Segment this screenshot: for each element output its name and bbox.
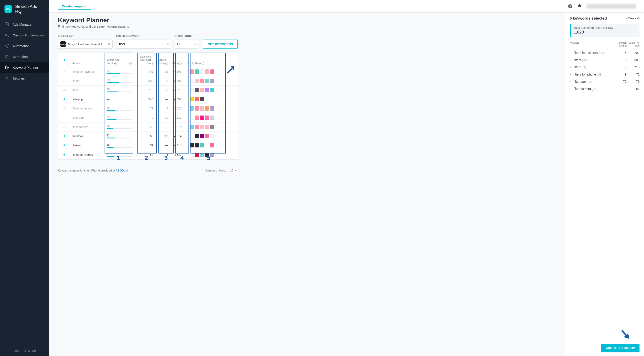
- nav-item-automation[interactable]: Automation: [0, 41, 49, 51]
- app-rank-icon[interactable]: [190, 134, 194, 138]
- row-selected-check[interactable]: [58, 116, 71, 120]
- th-popularity[interactable]: Search Ads Popularityi: [105, 53, 134, 67]
- remove-keyword-icon[interactable]: ×: [570, 87, 572, 91]
- app-rank-icon[interactable]: [200, 69, 204, 74]
- select-app-dropdown[interactable]: MSQRD MSQRD — Live Filters & Fac… ×: [58, 40, 113, 49]
- selected-users: 509: [626, 58, 640, 62]
- app-rank-icon[interactable]: [200, 125, 204, 129]
- app-rank-icon[interactable]: [195, 143, 199, 147]
- app-rank-icon[interactable]: [190, 97, 194, 101]
- remove-keyword-icon[interactable]: ×: [570, 66, 572, 69]
- selected-keyword-row: ×filters for pictures (US)15702: [570, 49, 640, 56]
- row-priority: 4,622: [170, 107, 183, 110]
- asodesk-link[interactable]: ASODesk: [116, 169, 128, 172]
- nav-label: Settings: [12, 76, 25, 80]
- app-rank-icon[interactable]: [200, 106, 204, 111]
- keyword-input[interactable]: [116, 40, 171, 49]
- app-rank-icon[interactable]: [200, 88, 204, 92]
- app-rank-icon[interactable]: [205, 134, 209, 138]
- app-rank-icon[interactable]: [195, 69, 199, 74]
- app-rank-icon[interactable]: [210, 153, 214, 157]
- app-rank-icon[interactable]: [210, 79, 214, 83]
- app-rank-icon[interactable]: [195, 115, 199, 120]
- row-selected-check[interactable]: [58, 107, 71, 110]
- nav-item-custom-conversions[interactable]: Custom Conversions: [0, 30, 49, 41]
- bell-icon[interactable]: [577, 4, 582, 9]
- app-rank-icon[interactable]: [200, 79, 204, 83]
- app-rank-icon[interactable]: [210, 69, 214, 74]
- app-rank-icon[interactable]: [195, 134, 199, 138]
- target-icon: [4, 65, 9, 70]
- nav-label: Ads Manager: [12, 23, 32, 26]
- row-ranking: 8: [155, 79, 170, 82]
- app-rank-icon[interactable]: [195, 97, 199, 101]
- app-rank-icon[interactable]: [200, 143, 204, 147]
- remove-keyword-icon[interactable]: ×: [570, 58, 572, 62]
- delete-all-button[interactable]: × Delete all: [626, 17, 640, 20]
- row-selected-check[interactable]: [58, 79, 71, 83]
- app-rank-icon[interactable]: [195, 106, 199, 111]
- app-rank-icon[interactable]: [190, 88, 194, 92]
- app-rank-icon[interactable]: [205, 106, 209, 111]
- row-selected-check[interactable]: [58, 70, 71, 74]
- app-rank-icon[interactable]: [205, 143, 209, 147]
- row-add-button[interactable]: +: [58, 153, 71, 157]
- app-rank-icon[interactable]: [210, 106, 214, 111]
- hide-menu-button[interactable]: ‹ HIDE THE MENU: [0, 346, 49, 356]
- remove-keyword-icon[interactable]: ×: [570, 73, 572, 76]
- clear-app-icon[interactable]: ×: [108, 42, 110, 46]
- row-selected-check[interactable]: [58, 88, 71, 92]
- app-rank-icon[interactable]: [195, 88, 199, 92]
- app-rank-icon[interactable]: [210, 125, 214, 129]
- th-ranking[interactable]: Search Rankingi: [155, 53, 170, 67]
- remove-keyword-icon[interactable]: ×: [570, 51, 572, 55]
- app-rank-icon[interactable]: [190, 79, 194, 83]
- app-rank-icon[interactable]: [190, 153, 194, 157]
- row-add-button[interactable]: +: [58, 143, 71, 147]
- app-rank-icon[interactable]: [190, 115, 194, 120]
- app-rank-icon[interactable]: [200, 134, 204, 138]
- app-rank-icon[interactable]: [205, 115, 209, 120]
- app-rank-icon[interactable]: [200, 115, 204, 120]
- app-rank-icon[interactable]: [190, 125, 194, 129]
- app-rank-icon[interactable]: [210, 88, 214, 92]
- get-keywords-button[interactable]: GET KEYWORDS: [203, 40, 238, 49]
- app-rank-icon[interactable]: [200, 97, 204, 101]
- app-rank-icon[interactable]: [195, 153, 199, 157]
- add-to-ad-group-button[interactable]: ADD TO AD GROUP: [601, 344, 640, 352]
- app-rank-icon[interactable]: [205, 69, 209, 74]
- nav-item-ads-manager[interactable]: Ads Manager: [0, 19, 49, 30]
- help-icon[interactable]: ?: [568, 4, 573, 9]
- app-rank-icon[interactable]: [200, 153, 204, 157]
- th-keyword[interactable]: Keyword: [71, 53, 105, 67]
- th-priority[interactable]: Priorityi: [170, 53, 183, 67]
- th-top-by-rank[interactable]: Top by Ranki: [183, 53, 216, 67]
- app-rank-icon[interactable]: [190, 106, 194, 111]
- app-rank-icon[interactable]: [205, 88, 209, 92]
- app-rank-icon[interactable]: [190, 143, 194, 147]
- th-users[interactable]: Estimated Users per Dayi: [134, 53, 155, 67]
- app-rank-icon[interactable]: [210, 115, 214, 120]
- app-rank-icon[interactable]: [195, 79, 199, 83]
- table-row: filter camera2653—4,614: [58, 122, 238, 132]
- remove-keyword-icon[interactable]: ×: [570, 80, 572, 83]
- storefront-dropdown[interactable]: US ▾: [174, 40, 198, 49]
- app-rank-icon[interactable]: [210, 134, 214, 138]
- selected-keyword: filter app (US): [574, 80, 614, 83]
- nav-item-attribution[interactable]: Attribution: [0, 51, 49, 62]
- app-rank-icon[interactable]: [210, 143, 214, 147]
- gear-icon: [4, 76, 9, 80]
- nav-item-settings[interactable]: Settings: [0, 73, 49, 84]
- app-rank-icon[interactable]: [205, 79, 209, 83]
- add-column-header[interactable]: +: [58, 53, 71, 67]
- app-rank-icon[interactable]: [205, 125, 209, 129]
- lines-select[interactable]: 25 ▾: [228, 168, 238, 173]
- clear-keyword-icon[interactable]: ×: [167, 42, 169, 46]
- row-add-button[interactable]: +: [58, 97, 71, 101]
- app-rank-icon[interactable]: [190, 69, 194, 74]
- create-campaign-button[interactable]: Create campaign: [58, 3, 91, 10]
- row-selected-check[interactable]: [58, 125, 71, 129]
- row-add-button[interactable]: +: [58, 134, 71, 138]
- nav-item-keyword-planner[interactable]: Keyword Planner: [0, 62, 49, 73]
- app-rank-icon[interactable]: [195, 125, 199, 129]
